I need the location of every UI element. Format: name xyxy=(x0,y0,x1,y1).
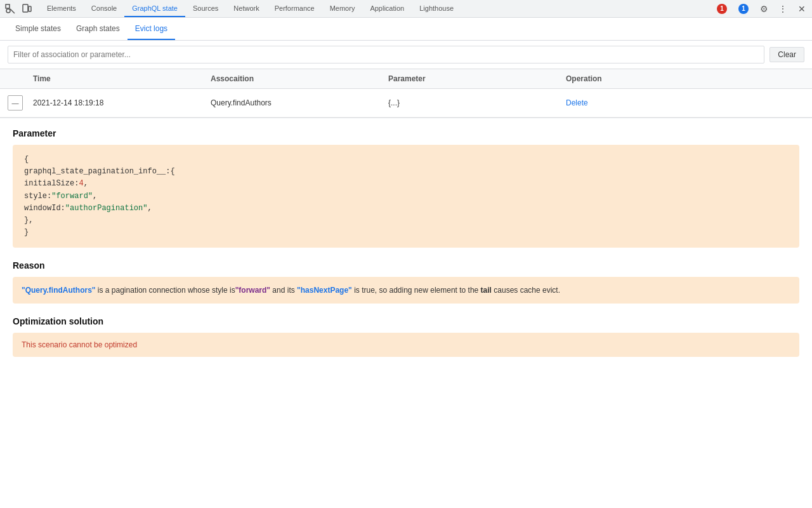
tab-sources[interactable]: Sources xyxy=(185,0,226,17)
toolbar-icons xyxy=(3,1,34,17)
code-windowid-val: "authorPagination" xyxy=(65,204,148,213)
reason-text2: and its xyxy=(270,286,297,295)
sub-tab-graph-states[interactable]: Graph states xyxy=(69,18,128,40)
svg-point-1 xyxy=(6,9,10,13)
code-line-1: { xyxy=(24,154,788,166)
reason-text3: is true, so adding new element to the xyxy=(352,286,481,295)
code-style-key: style: xyxy=(24,192,51,201)
time-cell: 2021-12-14 18:19:18 xyxy=(33,98,211,107)
parameter-title: Parameter xyxy=(13,128,799,138)
table-header: Time Assocaition Parameter Operation xyxy=(0,69,812,89)
delete-link[interactable]: Delete xyxy=(566,98,588,107)
device-icon xyxy=(22,4,32,14)
code-line-4: style:"forward", xyxy=(24,190,788,203)
optimization-block: This scenario cannot be optimized xyxy=(13,333,799,357)
close-button[interactable]: ✕ xyxy=(794,1,809,17)
sub-tab-bar: Simple states Graph states Evict logs xyxy=(0,18,812,41)
tab-console[interactable]: Console xyxy=(84,0,124,17)
code-line-7: } xyxy=(24,227,788,239)
code-line-2: graphql_state_pagination_info__:{ xyxy=(24,166,788,178)
reason-forward: "forward" xyxy=(235,286,270,295)
operation-cell: Delete xyxy=(566,98,804,107)
code-style-val: "forward" xyxy=(51,192,93,201)
filter-bar: Clear xyxy=(0,41,812,69)
toolbar: Elements Console GraphQL state Sources N… xyxy=(0,0,812,18)
reason-query: "Query.findAuthors" xyxy=(22,286,96,295)
expand-cell: — xyxy=(8,95,33,110)
assocation-cell: Query.findAuthors xyxy=(211,98,388,107)
inspect-icon xyxy=(5,4,15,14)
device-button[interactable] xyxy=(19,1,34,17)
reason-section: Reason "Query.findAuthors" is a paginati… xyxy=(13,260,799,304)
sub-tab-evict-logs[interactable]: Evict logs xyxy=(128,18,175,40)
detail-panel: Parameter { graphql_state_pagination_inf… xyxy=(0,118,812,380)
reason-block: "Query.findAuthors" is a pagination conn… xyxy=(13,277,799,304)
parameter-section: Parameter { graphql_state_pagination_inf… xyxy=(13,128,799,248)
svg-rect-2 xyxy=(23,4,28,12)
tab-network[interactable]: Network xyxy=(226,0,266,17)
svg-rect-0 xyxy=(6,4,10,8)
sub-tab-simple-states[interactable]: Simple states xyxy=(8,18,69,40)
toolbar-right: 1 1 ⚙ ⋮ ✕ xyxy=(713,1,809,17)
code-windowid-key: windowId: xyxy=(24,204,65,213)
code-comma: , xyxy=(93,192,97,201)
more-button[interactable]: ⋮ xyxy=(775,1,790,17)
reason-title: Reason xyxy=(13,260,799,271)
reason-text1: is a pagination connection whose style i… xyxy=(96,286,235,295)
reason-hasnextpage: "hasNextPage" xyxy=(297,286,352,295)
tab-graphql-state[interactable]: GraphQL state xyxy=(124,0,185,17)
error-badge-button[interactable]: 1 xyxy=(713,3,731,15)
header-parameter: Parameter xyxy=(388,74,566,83)
tab-list: Elements Console GraphQL state Sources N… xyxy=(39,0,461,17)
error-badge: 1 xyxy=(717,4,727,14)
expand-button[interactable]: — xyxy=(8,95,23,110)
header-assocation: Assocaition xyxy=(211,74,388,83)
code-comma2: , xyxy=(147,204,152,213)
settings-button[interactable]: ⚙ xyxy=(756,1,771,17)
parameter-code-block: { graphql_state_pagination_info__:{ init… xyxy=(13,145,799,248)
tab-elements[interactable]: Elements xyxy=(39,0,84,17)
clear-button[interactable]: Clear xyxy=(769,47,804,62)
tab-performance[interactable]: Performance xyxy=(267,0,322,17)
header-operation: Operation xyxy=(566,74,804,83)
header-time: Time xyxy=(33,74,211,83)
code-line-3: initialSize:4, xyxy=(24,178,788,190)
optimization-title: Optimization solution xyxy=(13,316,799,326)
reason-tail: tail xyxy=(481,286,492,295)
code-line-5: windowId:"authorPagination", xyxy=(24,203,788,215)
reason-text4: causes cache evict. xyxy=(492,286,560,295)
tab-lighthouse[interactable]: Lighthouse xyxy=(412,0,461,17)
tab-application[interactable]: Application xyxy=(362,0,412,17)
message-badge-button[interactable]: 1 xyxy=(735,3,752,15)
inspect-button[interactable] xyxy=(3,1,18,17)
tab-memory[interactable]: Memory xyxy=(322,0,363,17)
svg-rect-3 xyxy=(29,6,31,11)
parameter-cell: {...} xyxy=(388,98,566,107)
code-line-6: }, xyxy=(24,215,788,227)
optimization-section: Optimization solution This scenario cann… xyxy=(13,316,799,357)
filter-input[interactable] xyxy=(8,46,764,64)
message-badge: 1 xyxy=(738,4,749,14)
table-row: — 2021-12-14 18:19:18 Query.findAuthors … xyxy=(0,89,812,117)
table: Time Assocaition Parameter Operation — 2… xyxy=(0,69,812,118)
